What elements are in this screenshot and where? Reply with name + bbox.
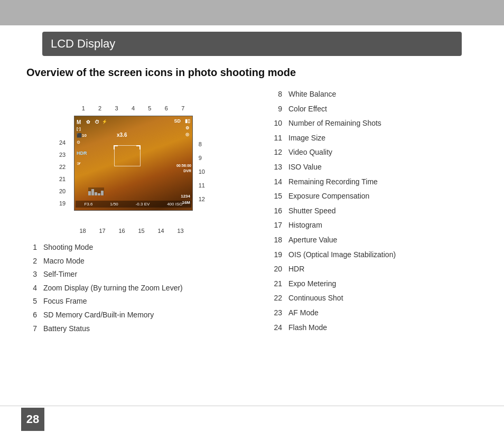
num-23: 23 xyxy=(59,152,66,158)
battery-icon: ▮▯ xyxy=(185,118,190,124)
left-number-col: 24 23 22 21 20 19 xyxy=(59,139,66,206)
num-21: 21 xyxy=(59,176,66,182)
exp-comp: -0.3 EV xyxy=(136,202,150,206)
page-number: 28 xyxy=(21,408,44,431)
rec-time: 00:56:00 xyxy=(176,164,191,167)
num-5: 5 xyxy=(148,105,151,111)
list-item: 13 ISO Value xyxy=(269,162,478,173)
num-16: 16 xyxy=(118,228,125,234)
flash-icon: ⚡ xyxy=(102,119,107,124)
num-1: 1 xyxy=(82,105,85,111)
settings-row: F3.6 1/50 -0.3 EV 400 ISO xyxy=(76,201,191,208)
num-6: 6 xyxy=(165,105,168,111)
list-item: 2 Macro Mode xyxy=(26,256,248,267)
num-12: 12 xyxy=(199,196,205,202)
list-item: 21 Expo Metering xyxy=(269,279,478,289)
shutter-speed: 1/50 xyxy=(110,202,118,206)
num-8: 8 xyxy=(199,141,205,147)
video-quality-icon: DVR xyxy=(183,169,191,173)
wb-icon: ⚙ xyxy=(185,126,189,130)
shot-count: 1234 xyxy=(181,194,190,199)
list-item: 6 SD Memory Card/Built-in Memory xyxy=(26,310,248,321)
right-column: 8 White Balance 9 Color Effect 10 Number… xyxy=(269,89,478,337)
list-item: 24 Flash Mode xyxy=(269,323,478,333)
list-item: 12 Video Quality xyxy=(269,147,478,158)
color-effect-icon: ◎ xyxy=(185,132,189,137)
list-item: 11 Image Size xyxy=(269,133,478,144)
num-4: 4 xyxy=(132,105,135,111)
num-18: 18 xyxy=(79,228,86,234)
list-item: 9 Color Effect xyxy=(269,104,478,115)
macro-icon: ✿ xyxy=(86,119,90,125)
right-list: 8 White Balance 9 Color Effect 10 Number… xyxy=(269,89,478,333)
ois-icon: ☞ xyxy=(77,161,81,166)
camera-screen-image: M ✿ ⏱ x3.6 SD ▮▯ HD xyxy=(74,116,193,211)
hdr-icon: HDR xyxy=(77,151,87,156)
bracket-tl xyxy=(114,145,118,149)
self-timer-icon: ⏱ xyxy=(95,119,99,125)
list-item: 23 AF Mode xyxy=(269,308,478,318)
num-9: 9 xyxy=(199,155,205,161)
list-item: 19 OIS (Optical Image Stabilization) xyxy=(269,250,478,260)
image-size-icon: 16M xyxy=(182,200,190,205)
num-13: 13 xyxy=(177,228,183,234)
num-2: 2 xyxy=(98,105,101,111)
list-item: 15 Exposure Compensation xyxy=(269,191,478,202)
list-item: 18 Aperture Value xyxy=(269,235,478,246)
num-19: 19 xyxy=(59,200,66,206)
num-17: 17 xyxy=(99,228,105,234)
list-item: 8 White Balance xyxy=(269,89,478,100)
num-22: 22 xyxy=(59,164,66,170)
bottom-number-row: 18 17 16 15 14 13 xyxy=(73,228,190,234)
section-header: LCD Display xyxy=(42,32,462,56)
histogram-bar xyxy=(88,187,104,195)
zoom-display: x3.6 xyxy=(117,132,127,138)
mode-icon: M xyxy=(77,119,81,125)
list-item: 4 Zoom Display (By turning the Zoom Leve… xyxy=(26,283,248,294)
list-item: 17 Histogram xyxy=(269,220,478,231)
iso-value: 400 ISO xyxy=(167,202,182,206)
list-item: 3 Self-Timer xyxy=(26,269,248,280)
bottom-bar: 28 xyxy=(0,406,504,432)
list-item: 1 Shooting Mode xyxy=(26,242,248,253)
list-item: 14 Remaining Recording Time xyxy=(269,177,478,187)
list-item: 16 Shutter Speed xyxy=(269,206,478,217)
af-mode-icon: [·] xyxy=(77,126,81,131)
left-column: 1 2 3 4 5 6 7 M ✿ ⏱ x3.6 xyxy=(26,89,248,337)
bracket-tr xyxy=(136,145,141,149)
top-number-row: 1 2 3 4 5 6 7 xyxy=(75,105,191,111)
num-20: 20 xyxy=(59,188,66,194)
list-item: 5 Focus Frame xyxy=(26,296,248,307)
num-3: 3 xyxy=(115,105,118,111)
page-title: Overview of the screen icons in photo sh… xyxy=(26,67,478,79)
right-number-col: 8 9 10 11 12 xyxy=(199,141,205,202)
num-11: 11 xyxy=(199,182,205,189)
sd-card-icon: SD xyxy=(174,118,181,124)
list-item: 7 Battery Status xyxy=(26,324,248,334)
top-bar xyxy=(0,0,504,25)
num-10: 10 xyxy=(199,168,205,175)
left-list: 1 Shooting Mode 2 Macro Mode 3 Self-Time… xyxy=(26,242,248,334)
num-15: 15 xyxy=(138,228,144,234)
list-item: 10 Number of Remaining Shots xyxy=(269,118,478,129)
aperture-value: F3.6 xyxy=(84,202,92,206)
list-item: 22 Continuous Shot xyxy=(269,293,478,304)
expo-metering-icon: ⊙ xyxy=(77,140,80,145)
num-7: 7 xyxy=(181,105,184,111)
camera-diagram: 1 2 3 4 5 6 7 M ✿ ⏱ x3.6 xyxy=(26,89,227,237)
num-24: 24 xyxy=(59,139,66,146)
cont-shot-icon: ⬛10 xyxy=(77,133,87,138)
num-14: 14 xyxy=(157,228,164,234)
list-item: 20 HDR xyxy=(269,264,478,275)
section-header-text: LCD Display xyxy=(51,37,115,50)
